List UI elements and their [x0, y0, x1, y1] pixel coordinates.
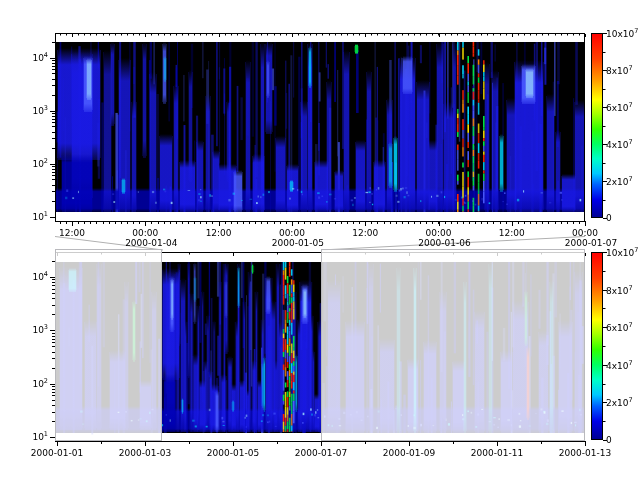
context-overlay-left [55, 249, 162, 441]
plot-window: 12:0000:002000-01-0412:0000:002000-01-05… [0, 0, 640, 480]
colorbar-context [591, 252, 603, 440]
context-overlay-right [321, 249, 585, 441]
colorbar-detail [591, 33, 603, 218]
selection-window[interactable] [162, 249, 321, 441]
detail-plot-area[interactable] [55, 33, 585, 222]
